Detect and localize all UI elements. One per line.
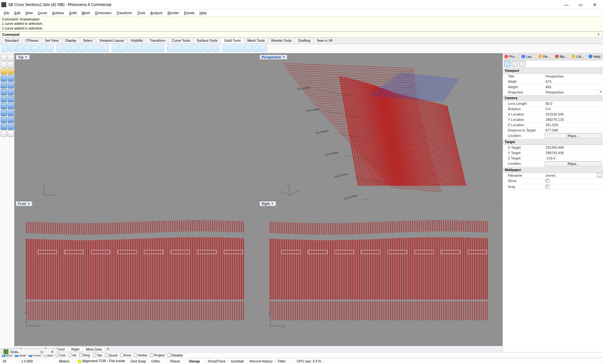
prop-row-height[interactable]: Height495	[503, 84, 603, 90]
toolbar-button-26[interactable]	[205, 45, 212, 52]
prop-value[interactable]: 291526.545	[544, 112, 603, 117]
osnap-perp[interactable]: Perp	[79, 353, 90, 357]
toolbar-button-30[interactable]	[237, 45, 244, 52]
prop-value[interactable]: 50.0	[544, 101, 603, 106]
status-cpu[interactable]: CPU use: 3.4 %	[294, 359, 324, 363]
osnap-checkbox[interactable]	[120, 353, 123, 357]
minimize-button[interactable]: —	[559, 0, 573, 9]
chevron-down-icon[interactable]: ▼	[25, 56, 28, 59]
left-tool-1[interactable]	[8, 55, 14, 61]
menu-surface[interactable]: Surface	[50, 10, 67, 15]
toolbar-button-29[interactable]	[230, 45, 237, 52]
left-tool-16[interactable]	[1, 110, 7, 116]
prop-value[interactable]: 495	[544, 84, 603, 89]
left-tool-18[interactable]	[1, 117, 7, 123]
panel-tab-help[interactable]: Help	[586, 53, 603, 60]
toolbar-button-2[interactable]	[16, 45, 23, 52]
toolbar-button-5[interactable]	[39, 45, 46, 52]
prop-checkbox[interactable]	[546, 179, 549, 183]
prop-row-gray[interactable]: Gray	[503, 184, 603, 190]
tooltab-curve-tools[interactable]: Curve Tools	[168, 38, 193, 44]
prop-row-lens-length[interactable]: Lens Length50.0	[503, 101, 603, 106]
viewport-tab-right[interactable]: Right	[68, 346, 83, 352]
tooltab-standard[interactable]: Standard	[1, 38, 22, 44]
toolbar-button-6[interactable]	[46, 45, 53, 52]
osnap-tan[interactable]: Tan	[93, 353, 102, 357]
prop-value[interactable]: 0.0	[544, 106, 603, 111]
toolbar-button-10[interactable]	[79, 45, 86, 52]
toolbar-button-28[interactable]	[222, 45, 229, 52]
floating-task-button[interactable]: Gras... ▭ ✕	[1, 348, 58, 355]
toolbar-button-21[interactable]	[167, 45, 174, 52]
toolbar-button-32[interactable]	[253, 45, 259, 52]
left-tool-19[interactable]	[8, 117, 14, 123]
menu-curve[interactable]: Curve	[35, 10, 49, 15]
status-units[interactable]: Meters	[57, 359, 75, 363]
toolbar-button-19[interactable]	[149, 45, 156, 52]
viewport-perspective[interactable]: Perspective▼ xzyCH 0+950mCH 0+900mCH 0+8…	[259, 54, 502, 200]
prop-value[interactable]: -116.9	[544, 156, 603, 161]
menu-panels[interactable]: Panels	[182, 10, 197, 15]
status-z[interactable]: z 0.000	[19, 359, 38, 363]
status-toggle-gumball[interactable]: Gumball	[228, 359, 247, 363]
prop-value[interactable]: 677.598	[544, 128, 603, 133]
tooltab-viewport-layout[interactable]: Viewport Layout	[96, 38, 128, 44]
left-tool-23[interactable]	[8, 131, 14, 137]
osnap-checkbox[interactable]	[93, 353, 96, 357]
toolbar-button-22[interactable]	[175, 45, 182, 52]
task-restore-icon[interactable]: ▭	[36, 350, 47, 354]
viewport-front-canvas[interactable]: xz	[15, 201, 258, 345]
tooltab-render-tools[interactable]: Render Tools	[268, 38, 295, 44]
toolbar-button-15[interactable]	[119, 45, 126, 52]
toolbar-button-13[interactable]	[102, 45, 109, 52]
osnap-knot[interactable]: Knot	[120, 353, 131, 357]
menu-view[interactable]: View	[23, 10, 35, 15]
status-toggle-filter[interactable]: Filter	[275, 359, 294, 363]
toolbar-button-7[interactable]	[57, 45, 63, 52]
left-tool-14[interactable]	[1, 103, 7, 109]
tooltab-mesh-tools[interactable]: Mesh Tools	[244, 38, 268, 44]
status-coord[interactable]: 33	[0, 359, 19, 363]
maximize-button[interactable]: ▭	[573, 0, 588, 9]
viewport-right[interactable]: Right▼ yz	[259, 201, 502, 345]
toolbar-button-17[interactable]	[134, 45, 141, 52]
status-toggle-record-history[interactable]: Record History	[247, 359, 275, 363]
tooltab-surface-tools[interactable]: Surface Tools	[193, 38, 221, 44]
panel-tab-lib[interactable]: Lib...	[570, 53, 586, 60]
viewport-title-top[interactable]: Top▼	[16, 55, 30, 60]
prop-value[interactable]: Perspective	[544, 74, 603, 79]
status-layer[interactable]: Alignment-TOR - Flat Inside	[75, 359, 128, 363]
chevron-down-icon[interactable]: ▾	[598, 90, 603, 95]
prop-checkbox[interactable]	[546, 185, 549, 189]
viewport-persp-canvas[interactable]: xzyCH 0+950mCH 0+900mCH 0+850mCH 0+800mC…	[259, 54, 502, 200]
close-button[interactable]: ✕	[588, 0, 602, 9]
prop-button[interactable]: Place...	[545, 161, 602, 166]
left-tool-4[interactable]	[1, 68, 7, 75]
status-toggle-smarttrack[interactable]: SmartTrack	[205, 359, 228, 363]
left-tool-2[interactable]	[1, 62, 7, 68]
left-tool-21[interactable]	[8, 124, 14, 130]
prop-button[interactable]: Place...	[545, 133, 602, 138]
osnap-checkbox[interactable]	[150, 353, 153, 357]
command-input[interactable]	[21, 33, 596, 36]
camera-props-icon[interactable]	[504, 61, 510, 67]
left-tool-7[interactable]	[8, 75, 14, 82]
toolbar-button-8[interactable]	[64, 45, 71, 52]
osnap-int[interactable]: Int	[68, 353, 76, 357]
prop-row-distance-to-target[interactable]: Distance to Target677.598	[503, 128, 603, 133]
prop-row-width[interactable]: Width673	[503, 79, 603, 84]
left-tool-10[interactable]	[1, 89, 7, 95]
tooltab-select[interactable]: Select	[80, 38, 96, 44]
left-tool-11[interactable]	[8, 89, 14, 95]
toolbar-button-23[interactable]	[182, 45, 189, 52]
left-tool-20[interactable]	[1, 124, 7, 130]
tooltab-set-view[interactable]: Set View	[41, 38, 62, 44]
prop-value[interactable]: (none)	[544, 173, 596, 178]
prop-row-location[interactable]: LocationPlace...	[503, 133, 603, 139]
toolbar-button-4[interactable]	[31, 45, 38, 52]
prop-value[interactable]: 291305.896	[544, 145, 603, 150]
osnap-checkbox[interactable]	[133, 353, 137, 357]
prop-value[interactable]: 261.028	[544, 122, 603, 127]
left-tool-15[interactable]	[8, 103, 14, 109]
left-tool-8[interactable]	[1, 82, 7, 88]
